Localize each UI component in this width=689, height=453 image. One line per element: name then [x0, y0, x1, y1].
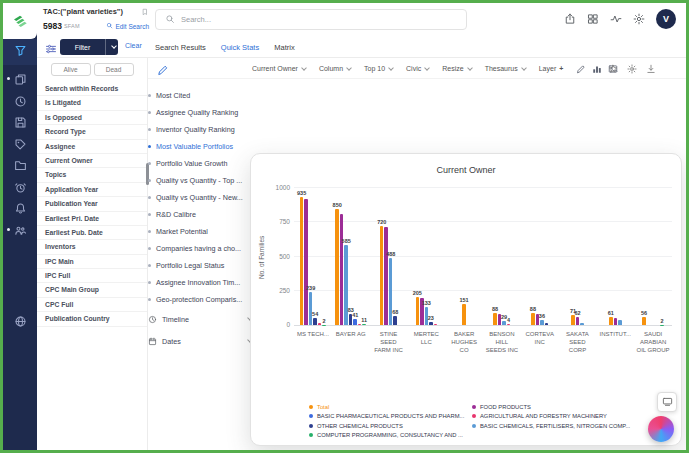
- user-avatar[interactable]: V: [656, 9, 676, 29]
- filter-settings-icon[interactable]: [45, 41, 57, 59]
- filter-field-cpc-main-group[interactable]: CPC Main Group: [37, 283, 147, 297]
- bell-icon[interactable]: [3, 198, 37, 220]
- bar[interactable]: 935: [300, 197, 304, 325]
- bar[interactable]: [384, 227, 388, 325]
- analysis-item-portfolio-legal-status[interactable]: Portfolio Legal Status: [148, 257, 260, 274]
- analysis-item-r-d-calibre[interactable]: R&D Calibre: [148, 206, 260, 223]
- bar[interactable]: 62: [576, 317, 580, 325]
- bar[interactable]: 488: [389, 258, 393, 325]
- filter-field-ipc-main[interactable]: IPC Main: [37, 255, 147, 269]
- export-icon[interactable]: [564, 13, 576, 25]
- tag-icon[interactable]: [3, 134, 37, 156]
- filter-dropdown-caret[interactable]: [105, 39, 118, 55]
- bookmark-icon[interactable]: [141, 8, 149, 16]
- grid-icon[interactable]: [587, 13, 599, 25]
- filter-field-earliest-pub-date[interactable]: Earliest Pub. Date: [37, 226, 147, 240]
- section-timeline[interactable]: Timeline: [148, 308, 260, 330]
- clear-button[interactable]: Clear: [125, 42, 142, 49]
- bar[interactable]: [618, 320, 622, 325]
- filter-field-search-within-records[interactable]: Search within Records: [37, 82, 147, 96]
- analysis-item-most-cited[interactable]: Most Cited: [148, 87, 260, 104]
- analysis-item-quality-vs-quantity-top-[interactable]: Quality vs Quantity - Top ...: [148, 172, 260, 189]
- tab-search-results[interactable]: Search Results: [155, 43, 206, 52]
- bar[interactable]: 850: [335, 209, 339, 325]
- folder-icon[interactable]: [3, 155, 37, 177]
- dead-toggle[interactable]: Dead: [94, 63, 134, 76]
- bar[interactable]: 2: [322, 325, 326, 326]
- globe-icon[interactable]: [3, 315, 37, 328]
- bar[interactable]: 29: [502, 321, 506, 325]
- bar[interactable]: 2: [660, 325, 664, 326]
- filter-field-application-year[interactable]: Application Year: [37, 183, 147, 197]
- analysis-item-portfolio-value-growth[interactable]: Portfolio Value Growth: [148, 155, 260, 172]
- search-input[interactable]: Search...: [155, 9, 467, 30]
- bar[interactable]: 205: [416, 297, 420, 325]
- barchart-icon[interactable]: [592, 64, 602, 74]
- filter-field-publication-year[interactable]: Publication Year: [37, 197, 147, 211]
- layer-control[interactable]: Layer+: [539, 65, 564, 72]
- filter-field-inventors[interactable]: Inventors: [37, 240, 147, 254]
- legend-item[interactable]: FOOD PRODUCTS: [472, 402, 630, 412]
- filter-field-is-opposed[interactable]: Is Opposed: [37, 111, 147, 125]
- bar[interactable]: [318, 323, 322, 325]
- analysis-item-assignee-quality-ranking[interactable]: Assignee Quality Ranking: [148, 104, 260, 121]
- bar[interactable]: [545, 323, 549, 325]
- save-icon[interactable]: [3, 112, 37, 134]
- filter-field-publication-country[interactable]: Publication Country: [37, 312, 147, 326]
- history-icon[interactable]: [3, 91, 37, 113]
- star-icon[interactable]: [608, 64, 618, 74]
- bar[interactable]: 41: [353, 319, 357, 325]
- dropdown-civic[interactable]: Civic: [406, 65, 429, 72]
- gear-icon[interactable]: [633, 13, 645, 25]
- alarm-icon[interactable]: [3, 177, 37, 199]
- analysis-item-assignee-innovation-tim-[interactable]: Assignee Innovation Tim...: [148, 274, 260, 291]
- bar[interactable]: [434, 324, 438, 325]
- section-dates[interactable]: Dates: [148, 330, 260, 352]
- bar[interactable]: 54: [313, 318, 317, 325]
- bar[interactable]: [358, 324, 362, 325]
- analysis-item-most-valuable-portfolios[interactable]: Most Valuable Portfolios: [148, 138, 260, 155]
- bar[interactable]: 61: [609, 317, 613, 325]
- legend-item[interactable]: COMPUTER PROGRAMMING, CONSULTANCY AND ..…: [309, 431, 472, 441]
- bar[interactable]: 151: [462, 304, 466, 325]
- tab-quick-stats[interactable]: Quick Stats: [221, 43, 259, 52]
- filter-field-topics[interactable]: Topics: [37, 168, 147, 182]
- dropdown-top-10[interactable]: Top 10: [364, 65, 393, 72]
- filter-field-earliest-pri-date[interactable]: Earliest Pri. Date: [37, 212, 147, 226]
- bar[interactable]: [304, 199, 308, 325]
- chat-widget-button[interactable]: [648, 416, 674, 442]
- activity-icon[interactable]: [610, 13, 622, 25]
- bar[interactable]: [580, 323, 584, 325]
- download-icon[interactable]: [646, 64, 656, 74]
- bar[interactable]: 11: [362, 324, 366, 326]
- bar[interactable]: 239: [309, 292, 313, 325]
- bar[interactable]: 88: [493, 313, 497, 325]
- dropdown-resize[interactable]: Resize: [442, 65, 471, 72]
- edit-analysis-icon[interactable]: [157, 62, 169, 80]
- filter-field-record-type[interactable]: Record Type: [37, 125, 147, 139]
- bar[interactable]: 585: [344, 245, 348, 325]
- legend-item[interactable]: BASIC CHEMICALS, FERTILISERS, NITROGEN C…: [472, 421, 630, 431]
- filter-button[interactable]: Filter: [60, 39, 118, 55]
- legend-item[interactable]: BASIC PHARMACEUTICAL PRODUCTS AND PHARM.…: [309, 412, 472, 422]
- pencil-icon[interactable]: [576, 64, 586, 74]
- analysis-item-quality-vs-quantity-new-[interactable]: Quality vs Quantity - New...: [148, 189, 260, 206]
- bar[interactable]: 88: [531, 313, 535, 325]
- gear-icon[interactable]: [627, 64, 637, 74]
- filter-nav-icon[interactable]: [3, 39, 37, 65]
- app-logo[interactable]: [3, 3, 37, 39]
- analysis-item-inventor-quality-ranking[interactable]: Inventor Quality Ranking: [148, 121, 260, 138]
- edit-search-link[interactable]: Edit Search: [106, 22, 149, 30]
- dropdown-current-owner[interactable]: Current Owner: [252, 65, 306, 72]
- legend-item[interactable]: Total: [309, 402, 472, 412]
- feedback-button[interactable]: [657, 392, 677, 412]
- bar[interactable]: 68: [393, 316, 397, 325]
- bar[interactable]: 36: [540, 320, 544, 325]
- bar[interactable]: 71: [571, 315, 575, 325]
- bar[interactable]: 56: [642, 317, 646, 325]
- legend-item[interactable]: AGRICULTURAL AND FORESTRY MACHINERY: [472, 412, 630, 422]
- filter-field-is-litigated[interactable]: Is Litigated: [37, 96, 147, 110]
- bar[interactable]: 720: [380, 226, 384, 325]
- filter-field-current-owner[interactable]: Current Owner: [37, 154, 147, 168]
- analysis-item-market-potential[interactable]: Market Potential: [148, 223, 260, 240]
